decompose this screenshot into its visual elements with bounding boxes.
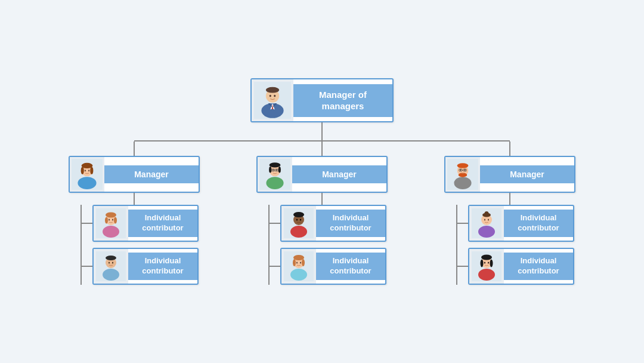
branch2-v-top [321, 141, 323, 156]
svg-point-44 [290, 226, 307, 238]
svg-point-79 [490, 260, 493, 267]
manager-2-label: Manager [292, 165, 386, 183]
svg-point-81 [488, 262, 489, 264]
svg-point-17 [88, 170, 89, 171]
svg-point-7 [274, 95, 275, 97]
svg-point-5 [266, 87, 279, 93]
svg-point-23 [114, 217, 117, 224]
branch-2: Manager [242, 141, 402, 285]
svg-point-36 [269, 167, 271, 173]
contrib-1-1-row: Individual contributor [69, 205, 200, 242]
svg-point-56 [300, 262, 301, 264]
svg-point-66 [465, 169, 466, 171]
svg-point-53 [293, 259, 296, 266]
svg-point-77 [481, 255, 492, 260]
svg-point-24 [109, 219, 110, 221]
svg-point-54 [302, 259, 305, 266]
svg-point-11 [78, 177, 96, 189]
svg-point-50 [290, 269, 307, 281]
svg-point-46 [293, 212, 304, 217]
root-v-connector [321, 122, 323, 140]
svg-point-22 [105, 217, 108, 224]
svg-point-47 [296, 219, 298, 221]
svg-point-58 [454, 177, 471, 189]
svg-point-60 [457, 163, 469, 168]
svg-point-37 [278, 167, 281, 173]
branch-1: Manager [54, 141, 215, 285]
svg-point-16 [85, 170, 86, 171]
svg-point-6 [270, 95, 271, 97]
contributor-2-2-node: Individual contributor [280, 248, 386, 285]
manager-3-label: Manager [480, 165, 574, 183]
contrib-3-2-row: Individual contributor [444, 248, 575, 285]
contrib-3-2-label: Individual contributor [504, 253, 573, 280]
svg-point-73 [488, 219, 489, 221]
svg-point-55 [296, 262, 298, 264]
svg-point-68 [478, 226, 495, 238]
svg-point-78 [481, 260, 484, 267]
contrib-1-2-row: Individual contributor [69, 248, 200, 285]
contrib-3-1-row: Individual contributor [444, 205, 575, 242]
svg-point-48 [300, 219, 302, 221]
svg-point-31 [112, 262, 113, 264]
contrib-2-1-row: Individual contributor [256, 205, 388, 242]
branch2-v-mid [321, 193, 323, 205]
svg-point-52 [293, 255, 304, 260]
svg-point-27 [103, 269, 119, 281]
svg-point-30 [109, 262, 110, 264]
root-node: Manager of managers [250, 78, 394, 122]
h-arm-1 [80, 223, 92, 224]
branch1-v-mid [134, 193, 135, 205]
branch3-contrib-section: Individual contributor [444, 205, 575, 285]
contrib-1-2-avatar [94, 249, 128, 284]
svg-point-41 [273, 169, 274, 171]
svg-point-19 [103, 226, 119, 238]
svg-point-33 [266, 177, 283, 189]
branch3-v-mid [509, 193, 510, 205]
branch3-v-top [509, 141, 510, 156]
svg-point-29 [106, 256, 116, 260]
contrib-2-1-avatar [281, 206, 316, 241]
contrib-2-2-avatar [281, 249, 316, 284]
svg-point-65 [460, 169, 461, 171]
branch1-v-top [134, 141, 135, 156]
contributor-2-1-node: Individual contributor [280, 205, 386, 242]
top-h-connector [54, 140, 590, 141]
svg-point-72 [484, 219, 485, 221]
svg-point-21 [106, 213, 116, 218]
root-label: Manager of managers [293, 84, 392, 117]
manager-3-avatar [445, 157, 480, 192]
svg-point-14 [81, 167, 84, 174]
manager-3-node: Manager [444, 156, 575, 193]
root-avatar [252, 79, 293, 121]
contrib-2-2-label: Individual contributor [316, 253, 385, 280]
svg-point-15 [90, 167, 93, 174]
svg-point-71 [485, 211, 489, 216]
org-chart: Manager of managers [36, 78, 608, 285]
branch2-contrib-section: Individual contributor [256, 205, 388, 285]
contributor-3-1-node: Individual contributor [468, 205, 574, 242]
h-arm-2 [80, 266, 92, 267]
contrib-1-1-label: Individual contributor [128, 210, 197, 237]
contrib-3-1-label: Individual contributor [504, 210, 573, 237]
manager-1-node: Manager [69, 156, 200, 193]
manager-1-avatar [70, 157, 104, 192]
svg-point-42 [276, 169, 277, 171]
manager-2-avatar [258, 157, 292, 192]
contrib-3-2-avatar [469, 249, 504, 284]
contrib-1-2-label: Individual contributor [128, 253, 197, 280]
contrib-1-1-avatar [94, 206, 128, 241]
svg-point-25 [112, 219, 113, 221]
contributor-1-2-node: Individual contributor [92, 248, 199, 285]
branch-3: Manager [429, 141, 590, 285]
contrib-3-1-avatar [469, 206, 504, 241]
manager-2-node: Manager [256, 156, 388, 193]
svg-point-80 [484, 262, 485, 264]
branch1-contrib-section: Individual contributor [69, 205, 200, 285]
manager-1-label: Manager [104, 165, 199, 183]
contrib-2-1-label: Individual contributor [316, 210, 385, 237]
svg-point-75 [478, 269, 495, 281]
contributor-1-1-node: Individual contributor [92, 205, 199, 242]
svg-point-35 [270, 162, 281, 167]
contrib-2-2-row: Individual contributor [256, 248, 388, 285]
